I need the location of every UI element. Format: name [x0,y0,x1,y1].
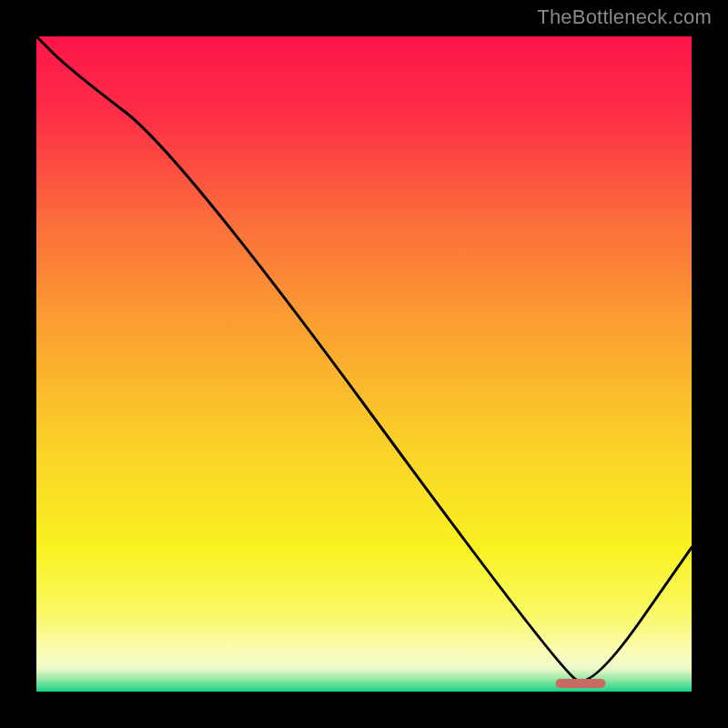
chart-background-gradient [36,36,692,692]
optimal-marker [555,679,605,688]
svg-rect-0 [36,36,692,692]
chart-plot-area [36,36,692,692]
watermark-label: TheBottleneck.com [537,5,712,29]
